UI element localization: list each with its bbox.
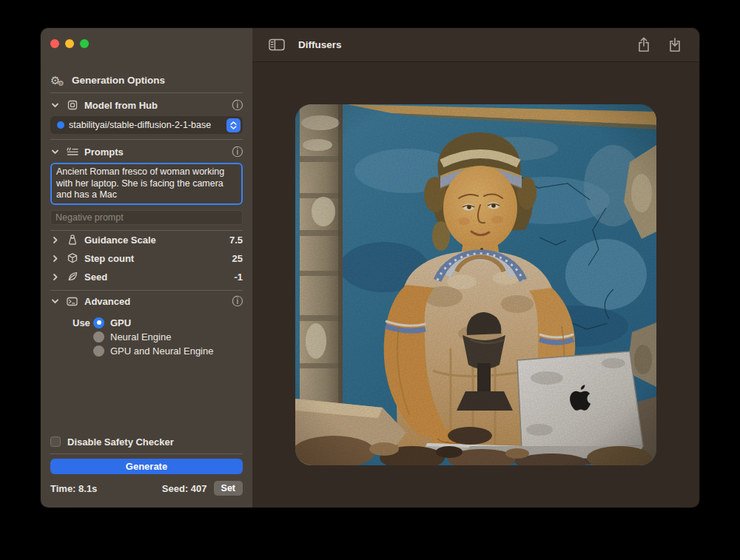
radio-selected-icon[interactable] [93,317,104,328]
gpu-and-neural-engine-option-label: GPU and Neural Engine [110,345,213,357]
seed-value: -1 [234,271,243,283]
divider [50,92,243,93]
time-status: Time: 8.1s [50,483,97,494]
compute-unit-option-gpu[interactable]: Use GPU [50,316,243,330]
set-seed-button[interactable]: Set [214,481,243,496]
info-icon[interactable]: ⓘ [232,100,243,111]
guidance-scale-value: 7.5 [229,235,243,246]
info-icon[interactable]: ⓘ [232,146,243,158]
prompts-section-label: Prompts [84,146,124,158]
seed-status: Seed: 407 [162,483,207,494]
leaf-icon [65,271,79,283]
seed-row[interactable]: Seed -1 [50,268,243,286]
gears-icon: ⚙⚙ [50,75,65,86]
checkbox-icon[interactable] [50,436,61,447]
radio-icon[interactable] [93,345,104,357]
chevron-down-icon[interactable] [50,297,60,306]
text-quote-icon [65,146,79,157]
chevron-down-icon[interactable] [50,101,60,109]
advanced-section-label: Advanced [84,296,130,307]
use-label: Use [73,317,87,328]
divider [50,290,243,291]
app-window: ⚙⚙ Generation Options Model from Hub ⓘ s… [41,28,699,507]
share-button[interactable] [633,37,655,53]
close-button[interactable] [50,39,59,48]
chevron-down-icon[interactable] [50,148,60,156]
window-title: Diffusers [298,39,342,50]
generation-options-header: ⚙⚙ Generation Options [50,72,243,87]
disable-safety-checker-row[interactable]: Disable Safety Checker [50,434,243,449]
sidebar-title: Generation Options [72,75,165,86]
image-canvas [252,62,699,507]
chevron-right-icon[interactable] [50,273,60,281]
generate-button[interactable]: Generate [50,459,243,474]
generated-fresco-image [295,104,656,465]
toolbar: Diffusers [252,28,699,62]
guidance-scale-label: Guidance Scale [84,235,156,246]
traffic-lights [50,39,243,48]
status-bar: Time: 8.1s Seed: 407 Set [50,481,243,496]
cube-icon [65,252,79,264]
model-select[interactable]: stabilityai/stable-diffusion-2-1-base [50,116,243,134]
model-from-hub-row[interactable]: Model from Hub ⓘ [50,97,243,113]
disable-safety-checker-label: Disable Safety Checker [67,436,174,448]
divider [50,139,243,140]
neural-engine-option-label: Neural Engine [110,331,171,343]
model-section-label: Model from Hub [84,100,158,111]
negative-prompt-input[interactable] [50,210,243,225]
prompts-row[interactable]: Prompts ⓘ [50,144,243,160]
advanced-row[interactable]: Advanced ⓘ [50,294,243,310]
sidebar: ⚙⚙ Generation Options Model from Hub ⓘ s… [41,28,252,507]
model-status-dot [57,121,64,129]
zoom-button[interactable] [80,39,89,48]
model-select-value: stabilityai/stable-diffusion-2-1-base [69,120,222,130]
radio-icon[interactable] [93,331,104,343]
step-count-value: 25 [232,253,243,264]
cpu-icon [65,99,79,111]
divider [50,453,243,454]
save-image-button[interactable] [664,37,686,53]
compute-unit-option-neural-engine[interactable]: Neural Engine [50,330,243,344]
step-count-label: Step count [84,253,134,264]
sidebar-toggle-button[interactable] [266,38,288,51]
minimize-button[interactable] [65,39,74,48]
stepper-chevrons-icon[interactable] [226,118,240,132]
chevron-right-icon[interactable] [50,254,60,263]
terminal-icon [65,296,79,307]
step-count-row[interactable]: Step count 25 [50,249,243,268]
info-icon[interactable]: ⓘ [232,296,243,307]
weight-icon [65,234,79,246]
main-area: Diffusers [252,28,699,507]
guidance-scale-row[interactable]: Guidance Scale 7.5 [50,231,243,249]
seed-label: Seed [84,271,107,283]
gpu-option-label: GPU [110,317,131,328]
chevron-right-icon[interactable] [50,236,60,244]
sidebar-spacer [50,358,243,435]
compute-unit-option-gpu-and-neural-engine[interactable]: GPU and Neural Engine [50,344,243,358]
prompt-input[interactable]: Ancient Roman fresco of woman working wi… [50,163,243,205]
